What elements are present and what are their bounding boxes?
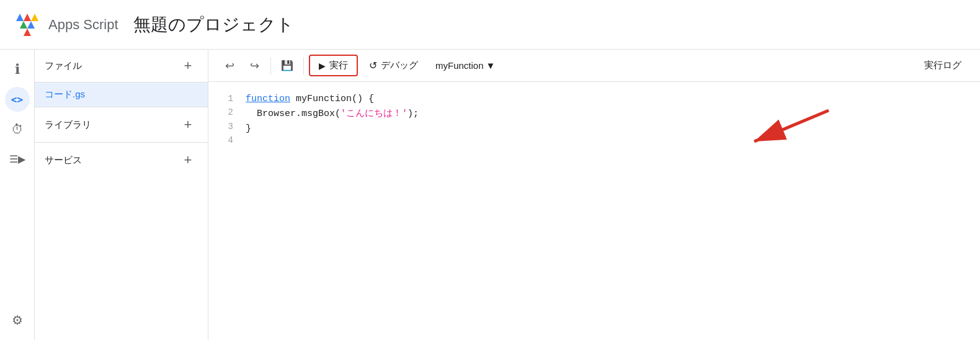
main-layout: ℹ <> ⏱ ☰▶ ⚙ ファイル + コード.gs ライブラリ + サービス +: [0, 50, 980, 340]
executions-icon-btn[interactable]: ☰▶: [5, 146, 30, 171]
project-title: 無題のプロジェクト: [133, 13, 294, 37]
files-label: ファイル: [45, 60, 82, 72]
play-icon: ▶: [319, 61, 326, 71]
clock-icon: ⏱: [11, 122, 24, 136]
editor-toolbar: ↩ ↪ 💾 ▶ 実行 ↺ デバッグ myFunction ▼: [208, 50, 980, 82]
debug-button[interactable]: ↺ デバッグ: [360, 56, 427, 75]
redo-icon: ↪: [250, 59, 259, 73]
code-line-2: Browser.msgBox('こんにちは！');: [246, 107, 980, 122]
toolbar-divider-2: [303, 57, 304, 74]
library-section[interactable]: ライブラリ +: [35, 107, 208, 142]
debug-icon: ↺: [369, 60, 377, 71]
services-section[interactable]: サービス +: [35, 142, 208, 177]
code-line-4: [246, 136, 980, 151]
settings-icon-btn[interactable]: ⚙: [5, 308, 30, 333]
run-label: 実行: [329, 60, 348, 71]
chevron-down-icon: ▼: [486, 60, 496, 71]
editor-area: 1 2 3 4 function myFunction() { Browser.…: [208, 82, 980, 340]
code-line-1: function myFunction() {: [246, 92, 980, 107]
file-name-code-gs: コード.gs: [45, 89, 85, 101]
line-number-1: 1: [221, 92, 233, 105]
add-file-button[interactable]: +: [178, 56, 198, 76]
code-line-3: }: [246, 122, 980, 136]
redo-button[interactable]: ↪: [243, 55, 265, 77]
code-text-2a: Browser.msgBox(: [246, 109, 341, 119]
line-number-4: 4: [221, 133, 233, 147]
file-item-code-gs[interactable]: コード.gs: [35, 83, 208, 107]
exec-log-label: 実行ログ: [924, 60, 961, 70]
line-number-3: 3: [221, 120, 233, 133]
editor-container: ↩ ↪ 💾 ▶ 実行 ↺ デバッグ myFunction ▼: [208, 50, 980, 340]
code-string-1: 'こんにちは！': [341, 109, 408, 119]
function-selector[interactable]: myFunction ▼: [429, 56, 501, 74]
app-name: Apps Script: [48, 17, 118, 33]
code-text-1: myFunction() {: [290, 94, 374, 104]
add-library-button[interactable]: +: [178, 115, 198, 135]
code-icon: <>: [11, 94, 23, 105]
services-label: サービス: [45, 154, 82, 166]
undo-button[interactable]: ↩: [218, 55, 241, 77]
save-icon: 💾: [281, 60, 293, 71]
file-panel-toolbar: ファイル +: [35, 50, 208, 83]
file-panel: ファイル + コード.gs ライブラリ + サービス +: [35, 50, 208, 340]
code-text-2b: );: [408, 109, 419, 119]
keyword-function: function: [246, 94, 290, 104]
add-service-button[interactable]: +: [178, 150, 198, 170]
undo-icon: ↩: [225, 59, 234, 73]
code-text-4: [246, 138, 251, 149]
info-icon: ℹ: [15, 61, 20, 78]
code-content[interactable]: 1 2 3 4 function myFunction() { Browser.…: [208, 82, 980, 340]
function-name-label: myFunction: [435, 60, 484, 71]
logo-area: Apps Script: [12, 10, 118, 40]
library-label: ライブラリ: [45, 119, 91, 131]
sidebar-icons: ℹ <> ⏱ ☰▶ ⚙: [0, 50, 35, 340]
debug-label: デバッグ: [381, 60, 418, 71]
code-text-3: }: [246, 123, 251, 134]
info-icon-btn[interactable]: ℹ: [5, 57, 30, 82]
exec-log-button[interactable]: 実行ログ: [915, 56, 970, 75]
line-numbers: 1 2 3 4: [208, 92, 246, 330]
triggers-icon-btn[interactable]: ⏱: [5, 117, 30, 141]
list-icon: ☰▶: [9, 153, 25, 165]
toolbar-divider-1: [270, 57, 271, 74]
editor-icon-btn[interactable]: <>: [5, 87, 30, 112]
gear-icon: ⚙: [12, 313, 23, 328]
line-number-2: 2: [221, 105, 233, 119]
apps-script-logo: [12, 10, 42, 40]
code-lines: function myFunction() { Browser.msgBox('…: [246, 92, 980, 330]
header: Apps Script 無題のプロジェクト: [0, 0, 980, 50]
run-button[interactable]: ▶ 実行: [309, 55, 358, 76]
save-button[interactable]: 💾: [276, 55, 298, 77]
